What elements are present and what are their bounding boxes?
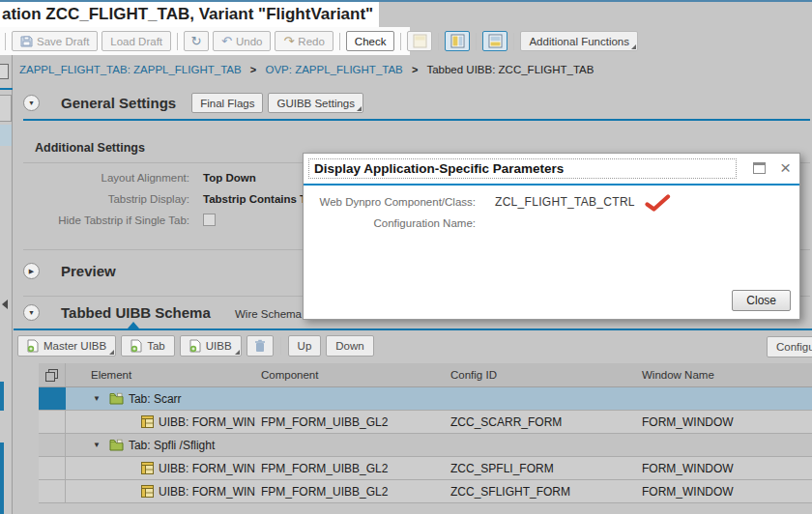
tree-node-label: UIBB: FORM_WINDOW xyxy=(159,462,255,475)
refresh-button[interactable]: ↻ xyxy=(184,31,209,51)
row-selector-cell[interactable] xyxy=(39,434,66,456)
add-document-icon xyxy=(27,339,39,353)
toolbar-separator xyxy=(177,33,178,50)
load-draft-label: Load Draft xyxy=(110,36,162,47)
table-header-row: Element Component Config ID Window Name xyxy=(39,363,812,387)
down-button[interactable]: Down xyxy=(326,335,373,357)
save-icon xyxy=(20,35,33,47)
expand-toggle-icon[interactable]: ▶ xyxy=(23,263,40,279)
collapse-arrow-icon[interactable]: ▼ xyxy=(93,394,101,403)
fpm-configuration-editor: ation ZCC_FLIGHT_TAB, Variant "FlightVar… xyxy=(0,0,812,514)
layout-alignment-value: Top Down xyxy=(203,172,256,184)
strip-accent-line xyxy=(0,88,13,90)
additional-functions-button[interactable]: Additional Functions xyxy=(520,31,638,51)
red-checkmark-icon xyxy=(645,194,671,212)
dialog-accent-line xyxy=(304,184,799,186)
cell-config-id: ZCC_SCARR_FORM xyxy=(445,415,636,429)
layout-horizontal-split-button[interactable] xyxy=(482,31,508,51)
down-label: Down xyxy=(335,340,363,352)
dropdown-corner-icon xyxy=(631,44,636,49)
cell-config-id: ZCC_SPFLI_FORM xyxy=(445,462,636,475)
folder-icon xyxy=(109,392,124,405)
breadcrumb-separator: > xyxy=(412,64,418,75)
configure-button[interactable]: Configu xyxy=(767,336,812,357)
table-row[interactable]: ▼ Tab: Scarr xyxy=(39,387,812,411)
row-selector-cell[interactable] xyxy=(39,480,66,502)
guibb-settings-label: GUIBB Settings xyxy=(276,98,355,109)
check-button[interactable]: Check xyxy=(346,31,395,51)
load-draft-button[interactable]: Load Draft xyxy=(102,31,171,51)
breadcrumb: ZAPPL_FLIGHT_TAB: ZAPPL_FLIGHT_TAB > OVP… xyxy=(19,64,594,75)
schema-table: Element Component Config ID Window Name … xyxy=(39,363,812,503)
select-all-cell[interactable] xyxy=(39,363,66,386)
row-selector-cell[interactable] xyxy=(39,457,66,479)
collapse-panel-arrow-icon[interactable] xyxy=(2,300,8,309)
cell-config-id: ZCC_SFLIGHT_FORM xyxy=(445,485,636,499)
layout-vertical-split-button[interactable] xyxy=(445,31,470,51)
uibb-form-icon xyxy=(141,462,154,474)
tab-wire-schema[interactable]: Wire Schema xyxy=(235,308,302,320)
folder-icon xyxy=(109,439,124,451)
final-flags-button[interactable]: Final Flags xyxy=(191,93,263,113)
hide-tabstrip-checkbox[interactable] xyxy=(203,214,216,226)
undo-button[interactable]: ↶ Undo xyxy=(213,31,271,51)
page-title: ation ZCC_FLIGHT_TAB, Variant "FlightVar… xyxy=(0,2,379,27)
redo-button[interactable]: ↷ Redo xyxy=(275,31,333,51)
master-uibb-label: Master UIBB xyxy=(44,340,106,352)
toolbar-separator xyxy=(476,33,477,50)
close-icon[interactable]: × xyxy=(780,156,791,181)
layout-horizontal-split-icon xyxy=(488,34,503,48)
column-header-window-name[interactable]: Window Name xyxy=(636,369,812,381)
table-row[interactable]: UIBB: FORM_WINDOW FPM_FORM_UIBB_GL2 ZCC_… xyxy=(39,457,812,480)
row-selector-cell[interactable] xyxy=(39,411,66,433)
collapse-toggle-icon[interactable]: ▼ xyxy=(23,95,40,111)
column-header-element[interactable]: Element xyxy=(66,369,255,381)
save-draft-label: Save Draft xyxy=(37,36,89,47)
redo-label: Redo xyxy=(298,36,325,47)
toolbar-separator xyxy=(339,33,340,50)
save-draft-button[interactable]: Save Draft xyxy=(12,31,98,51)
active-tab-marker xyxy=(128,322,139,328)
add-uibb-button[interactable]: UIBB xyxy=(180,335,242,357)
collapse-toggle-icon[interactable]: ▼ xyxy=(23,304,40,321)
display-parameters-dialog: Display Application-Specific Parameters … xyxy=(303,153,800,320)
layout-single-button[interactable] xyxy=(407,31,432,51)
strip-blue-bar xyxy=(0,382,4,411)
table-row[interactable]: UIBB: FORM_WINDOW FPM_FORM_UIBB_GL2 ZCC_… xyxy=(39,411,812,434)
close-button[interactable]: Close xyxy=(732,290,791,311)
table-row[interactable]: ▼ Tab: Spfli /Sflight xyxy=(39,434,812,457)
dialog-title: Display Application-Specific Parameters xyxy=(308,158,737,179)
collapse-arrow-icon[interactable]: ▼ xyxy=(93,441,101,449)
field-label: Tabstrip Display: xyxy=(0,193,189,205)
cell-component: FPM_FORM_UIBB_GL2 xyxy=(255,415,445,429)
select-all-icon xyxy=(45,369,58,382)
toolbar-separator xyxy=(280,337,281,355)
add-tab-button[interactable]: Tab xyxy=(121,335,175,357)
column-header-component[interactable]: Component xyxy=(255,369,445,381)
maximize-icon[interactable] xyxy=(753,162,766,174)
strip-box-fragment xyxy=(0,95,12,122)
layout-vertical-split-icon xyxy=(450,34,465,48)
cell-window-name: FORM_WINDOW xyxy=(636,415,812,429)
row-selector-cell[interactable] xyxy=(39,387,66,410)
column-header-config-id[interactable]: Config ID xyxy=(445,369,636,381)
tree-node-label: UIBB: FORM_WINDOW xyxy=(159,415,255,429)
guibb-settings-button[interactable]: GUIBB Settings xyxy=(268,93,363,113)
section-title: Tabbed UIBB Schema xyxy=(61,304,211,321)
undo-icon: ↶ xyxy=(221,35,232,47)
breadcrumb-link-ovp[interactable]: OVP: ZAPPL_FLIGHT_TAB xyxy=(265,64,402,75)
delete-button[interactable] xyxy=(246,335,274,357)
table-row[interactable]: UIBB: FORM_WINDOW FPM_FORM_UIBB_GL2 ZCC_… xyxy=(39,480,812,503)
additional-settings-title: Additional Settings xyxy=(35,141,145,155)
breadcrumb-link-component[interactable]: ZAPPL_FLIGHT_TAB: ZAPPL_FLIGHT_TAB xyxy=(19,64,242,75)
uibb-label: UIBB xyxy=(206,340,232,352)
toolbar-separator xyxy=(513,33,514,50)
cell-component: FPM_FORM_UIBB_GL2 xyxy=(255,462,445,475)
add-document-icon xyxy=(189,339,201,353)
toolbar-separator xyxy=(400,33,401,50)
left-panel-strip xyxy=(0,55,13,514)
panel-icon-fragment xyxy=(0,64,9,79)
up-button[interactable]: Up xyxy=(288,335,322,357)
add-master-uibb-button[interactable]: Master UIBB xyxy=(17,335,116,357)
strip-selection-fragment xyxy=(0,125,12,146)
